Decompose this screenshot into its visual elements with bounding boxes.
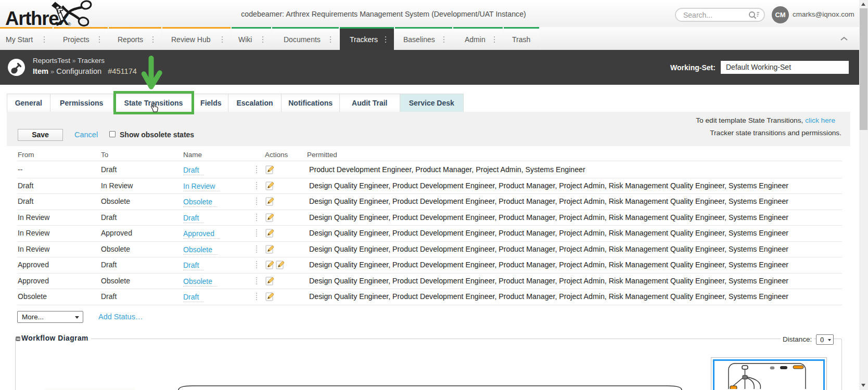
- svg-text:®: ®: [68, 21, 71, 27]
